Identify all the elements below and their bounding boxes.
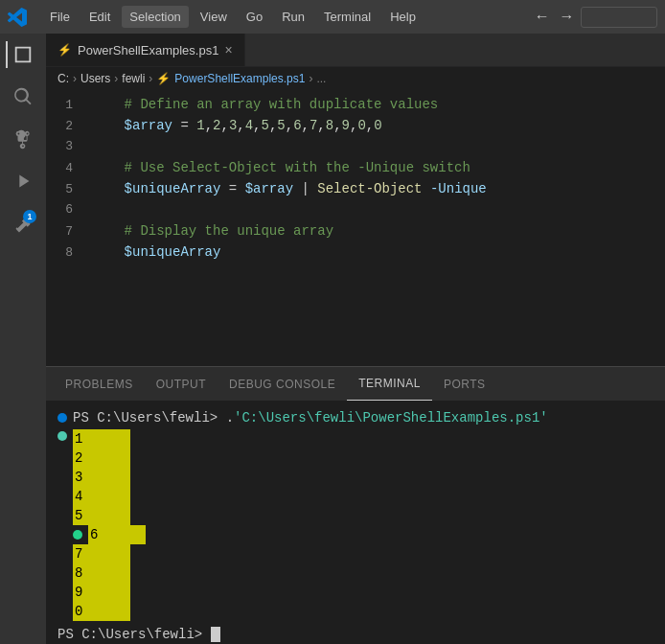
code-line-6: 6 xyxy=(46,199,665,220)
terminal-output-block: 1 2 3 4 5 xyxy=(57,429,654,621)
breadcrumb-users: Users xyxy=(80,72,110,85)
code-line-4: 4 # Use Select-Object with the -Unique s… xyxy=(46,157,665,178)
main-layout: 1 ⚡ PowerShellExamples.ps1 × C: › Users … xyxy=(0,34,665,644)
terminal-cursor xyxy=(211,627,220,642)
menu-selection[interactable]: Selection xyxy=(122,6,188,28)
breadcrumb-fewli: fewli xyxy=(122,72,145,85)
sidebar-item-explorer[interactable] xyxy=(6,37,40,72)
panel-area: PROBLEMS OUTPUT DEBUG CONSOLE TERMINAL P… xyxy=(46,366,665,644)
code-line-7: 7 # Display the unique array xyxy=(46,220,665,242)
activity-bar: 1 xyxy=(0,34,46,644)
panel-tab-ports[interactable]: PORTS xyxy=(432,367,497,401)
line-num-4: 4 xyxy=(46,158,92,179)
terminal-num-4: 4 xyxy=(73,487,130,506)
terminal-num-row-7: 7 xyxy=(73,544,146,564)
terminal-num-row-2: 2 xyxy=(73,448,146,468)
panel-tab-debug-console[interactable]: DEBUG CONSOLE xyxy=(218,367,347,401)
terminal-num-row-5: 5 xyxy=(73,506,146,525)
code-editor[interactable]: 1 # Define an array with duplicate value… xyxy=(46,90,665,366)
terminal-num-row-4: 4 xyxy=(73,487,146,506)
code-line-2: 2 $array = 1,2,3,4,5,5,6,7,8,9,0,0 xyxy=(46,115,665,136)
line-num-2: 2 xyxy=(46,116,92,137)
terminal-num-2: 2 xyxy=(73,448,130,468)
line-num-7: 7 xyxy=(46,221,92,242)
code-line-8: 8 $uniqueArray xyxy=(46,242,665,263)
breadcrumb-c: C: xyxy=(57,72,69,85)
breadcrumb-file: PowerShellExamples.ps1 xyxy=(174,72,305,85)
breadcrumb-ps-icon2: ⚡ xyxy=(156,72,171,85)
line-content-1: # Define an array with duplicate values xyxy=(92,94,665,115)
panel-tabs: PROBLEMS OUTPUT DEBUG CONSOLE TERMINAL P… xyxy=(46,367,665,401)
menu-go[interactable]: Go xyxy=(239,6,270,28)
line-num-6: 6 xyxy=(46,199,92,220)
breadcrumb-sep-2: › xyxy=(114,72,118,85)
breadcrumb-sep-3: › xyxy=(149,72,152,85)
title-bar: File Edit Selection View Go Run Terminal… xyxy=(0,0,665,34)
terminal-final-prompt-line: PS C:\Users\fewli> xyxy=(57,625,654,644)
breadcrumb-sep-1: › xyxy=(73,72,77,85)
breadcrumb: C: › Users › fewli › ⚡ PowerShellExample… xyxy=(46,67,665,90)
title-search-input[interactable] xyxy=(581,7,657,28)
line-content-8: $uniqueArray xyxy=(92,242,665,263)
sidebar-item-extensions[interactable]: 1 xyxy=(6,206,40,241)
line-content-7: # Display the unique array xyxy=(92,220,665,242)
title-bar-nav: ← → xyxy=(532,7,657,28)
terminal-num-row-9: 9 xyxy=(73,583,146,602)
menu-run[interactable]: Run xyxy=(274,6,312,28)
terminal-num-row-8: 8 xyxy=(73,564,146,583)
terminal-num-8: 8 xyxy=(73,564,130,583)
terminal-num-1: 1 xyxy=(73,429,130,448)
file-tab[interactable]: ⚡ PowerShellExamples.ps1 × xyxy=(46,34,245,66)
line-content-5: $uniqueArray = $array | Select-Object -U… xyxy=(92,178,665,199)
terminal-number-list: 1 2 3 4 5 xyxy=(73,429,146,621)
terminal-content[interactable]: PS C:\Users\fewli> . 'C:\Users\fewli\Pow… xyxy=(46,401,665,644)
code-line-3: 3 xyxy=(46,136,665,157)
tab-close-button[interactable]: × xyxy=(224,42,232,58)
menu-edit[interactable]: Edit xyxy=(81,6,118,28)
tab-ps-icon: ⚡ xyxy=(57,43,72,57)
sidebar-item-source-control[interactable] xyxy=(6,122,40,156)
panel-tab-output[interactable]: OUTPUT xyxy=(145,367,218,401)
terminal-num-3: 3 xyxy=(73,468,130,487)
tab-bar: ⚡ PowerShellExamples.ps1 × xyxy=(46,34,665,67)
terminal-cmd-path: 'C:\Users\fewli\PowerShellExamples.ps1' xyxy=(234,408,548,427)
terminal-num-row-1: 1 xyxy=(73,429,146,448)
panel-tab-problems[interactable]: PROBLEMS xyxy=(54,367,145,401)
terminal-num-row-0: 0 xyxy=(73,602,146,621)
terminal-num-row-3: 3 xyxy=(73,468,146,487)
terminal-num-7: 7 xyxy=(73,544,130,564)
menu-view[interactable]: View xyxy=(193,6,235,28)
line-num-3: 3 xyxy=(46,136,92,157)
breadcrumb-ellipsis: ... xyxy=(316,72,326,85)
tab-label: PowerShellExamples.ps1 xyxy=(78,43,218,58)
terminal-prompt-line: PS C:\Users\fewli> . 'C:\Users\fewli\Pow… xyxy=(57,408,654,427)
line-content-2: $array = 1,2,3,4,5,5,6,7,8,9,0,0 xyxy=(92,115,665,136)
line-num-1: 1 xyxy=(46,95,92,116)
terminal-dot-blue xyxy=(57,413,67,423)
editor-area: ⚡ PowerShellExamples.ps1 × C: › Users › … xyxy=(46,34,665,644)
back-button[interactable]: ← xyxy=(532,7,553,28)
forward-button[interactable]: → xyxy=(556,7,577,28)
line-content-4: # Use Select-Object with the -Unique swi… xyxy=(92,157,665,178)
panel-tab-terminal[interactable]: TERMINAL xyxy=(347,367,432,401)
menu-bar: File Edit Selection View Go Run Terminal… xyxy=(42,6,424,28)
menu-help[interactable]: Help xyxy=(382,6,424,28)
line-num-5: 5 xyxy=(46,179,92,200)
menu-file[interactable]: File xyxy=(42,6,78,28)
code-line-1: 1 # Define an array with duplicate value… xyxy=(46,94,665,115)
code-line-5: 5 $uniqueArray = $array | Select-Object … xyxy=(46,178,665,199)
terminal-dot-cyan xyxy=(57,431,67,441)
extensions-badge: 1 xyxy=(23,210,36,223)
terminal-num-5: 5 xyxy=(73,506,130,525)
terminal-num-9: 9 xyxy=(73,583,130,602)
terminal-num-6: 6 xyxy=(88,525,146,544)
breadcrumb-sep-4: › xyxy=(309,72,312,85)
vscode-logo-icon xyxy=(8,8,27,27)
terminal-prompt-text: PS C:\Users\fewli> . xyxy=(73,408,234,427)
terminal-dot-green xyxy=(73,530,82,540)
terminal-num-row-6: 6 xyxy=(73,525,146,544)
sidebar-item-search[interactable] xyxy=(6,80,40,114)
menu-terminal[interactable]: Terminal xyxy=(316,6,378,28)
line-num-8: 8 xyxy=(46,242,92,264)
sidebar-item-run-debug[interactable] xyxy=(6,164,40,198)
